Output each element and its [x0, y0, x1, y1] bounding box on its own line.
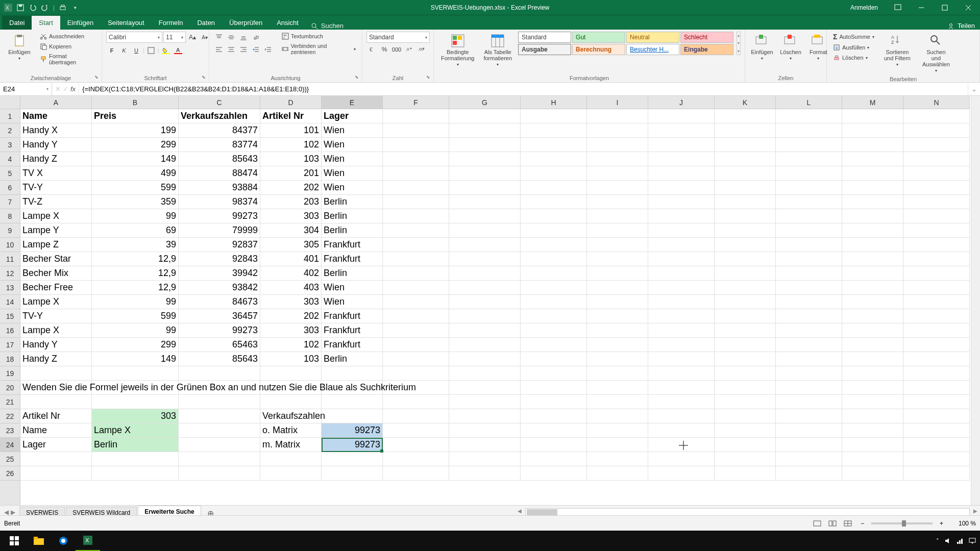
align-left-icon[interactable] — [213, 44, 225, 55]
cell-F7[interactable] — [383, 195, 449, 209]
cell-I21[interactable] — [587, 395, 648, 409]
cell-I16[interactable] — [587, 323, 648, 338]
cell-F26[interactable] — [383, 466, 449, 481]
cell-D25[interactable] — [260, 452, 322, 466]
minimize-button[interactable] — [910, 0, 933, 15]
row-header-1[interactable]: 1 — [0, 109, 20, 123]
cell-C2[interactable]: 84377 — [179, 123, 260, 138]
cell-I23[interactable] — [587, 423, 648, 438]
cell-G21[interactable] — [449, 395, 521, 409]
cell-K4[interactable] — [715, 152, 776, 166]
percent-format-icon[interactable]: % — [379, 44, 390, 55]
cell-B1[interactable]: Preis — [92, 109, 179, 123]
tab-view[interactable]: Ansicht — [270, 16, 306, 30]
cell-E24[interactable]: 99273 — [322, 438, 383, 452]
cell-style-ausgabe[interactable]: Ausgabe — [518, 44, 571, 55]
cell-M5[interactable] — [842, 166, 903, 181]
cell-B5[interactable]: 499 — [92, 166, 179, 181]
cell-G25[interactable] — [449, 452, 521, 466]
row-header-11[interactable]: 11 — [0, 252, 20, 266]
cell-C22[interactable] — [179, 409, 260, 423]
cell-K5[interactable] — [715, 166, 776, 181]
cell-G9[interactable] — [449, 223, 521, 238]
cell-J13[interactable] — [648, 281, 715, 295]
cell-B19[interactable] — [92, 366, 179, 381]
cell-E15[interactable]: Frankfurt — [322, 309, 383, 323]
cell-J12[interactable] — [648, 266, 715, 281]
cell-I9[interactable] — [587, 223, 648, 238]
cell-A20[interactable]: Wenden Sie die Formel jeweils in der Grü… — [20, 381, 92, 395]
cell-H10[interactable] — [521, 238, 587, 252]
cell-J23[interactable] — [648, 423, 715, 438]
cell-H7[interactable] — [521, 195, 587, 209]
cell-K25[interactable] — [715, 452, 776, 466]
cell-C25[interactable] — [179, 452, 260, 466]
cell-G3[interactable] — [449, 138, 521, 152]
cell-C9[interactable]: 79999 — [179, 223, 260, 238]
cell-D8[interactable]: 303 — [260, 209, 322, 223]
cell-F11[interactable] — [383, 252, 449, 266]
cell-I18[interactable] — [587, 352, 648, 366]
cell-D22[interactable]: Verkaufszahlen — [260, 409, 322, 423]
cell-M9[interactable] — [842, 223, 903, 238]
cell-J22[interactable] — [648, 409, 715, 423]
cell-K13[interactable] — [715, 281, 776, 295]
col-header-D[interactable]: D — [260, 96, 322, 109]
cell-K6[interactable] — [715, 181, 776, 195]
cell-N8[interactable] — [903, 209, 970, 223]
cell-I12[interactable] — [587, 266, 648, 281]
cell-L12[interactable] — [776, 266, 842, 281]
cell-E2[interactable]: Wien — [322, 123, 383, 138]
cell-J1[interactable] — [648, 109, 715, 123]
cell-K8[interactable] — [715, 209, 776, 223]
cell-J4[interactable] — [648, 152, 715, 166]
cell-J11[interactable] — [648, 252, 715, 266]
cell-E11[interactable]: Frankfurt — [322, 252, 383, 266]
cell-A5[interactable]: TV X — [20, 166, 92, 181]
cell-G11[interactable] — [449, 252, 521, 266]
row-header-10[interactable]: 10 — [0, 238, 20, 252]
vertical-scrollbar[interactable] — [971, 96, 980, 505]
cell-K20[interactable] — [715, 381, 776, 395]
cell-style-standard[interactable]: Standard — [518, 32, 571, 43]
cell-M8[interactable] — [842, 209, 903, 223]
cell-C16[interactable]: 99273 — [179, 323, 260, 338]
cell-L19[interactable] — [776, 366, 842, 381]
cell-A16[interactable]: Lampe X — [20, 323, 92, 338]
cell-M4[interactable] — [842, 152, 903, 166]
cell-I24[interactable] — [587, 438, 648, 452]
cell-D24[interactable]: m. Matrix — [260, 438, 322, 452]
autosum-button[interactable]: ΣAutoSumme▾ — [831, 32, 876, 42]
cell-I26[interactable] — [587, 466, 648, 481]
cell-C24[interactable] — [179, 438, 260, 452]
cell-N3[interactable] — [903, 138, 970, 152]
increase-font-icon[interactable]: A▴ — [187, 32, 198, 43]
cell-B14[interactable]: 99 — [92, 295, 179, 309]
qat-customize-icon[interactable]: ▾ — [71, 4, 79, 12]
comma-format-icon[interactable]: 000 — [391, 44, 402, 55]
col-header-I[interactable]: I — [587, 96, 648, 109]
cell-M20[interactable] — [842, 381, 903, 395]
cell-B13[interactable]: 12,9 — [92, 281, 179, 295]
cell-B7[interactable]: 359 — [92, 195, 179, 209]
cell-B11[interactable]: 12,9 — [92, 252, 179, 266]
cell-K22[interactable] — [715, 409, 776, 423]
cell-N19[interactable] — [903, 366, 970, 381]
zoom-level[interactable]: 100 % — [950, 520, 976, 527]
align-right-icon[interactable] — [238, 44, 249, 55]
cell-M18[interactable] — [842, 352, 903, 366]
cell-H20[interactable] — [521, 381, 587, 395]
cell-I10[interactable] — [587, 238, 648, 252]
cell-F22[interactable] — [383, 409, 449, 423]
zoom-out-button[interactable]: − — [857, 520, 867, 527]
row-header-20[interactable]: 20 — [0, 381, 20, 395]
number-launcher-icon[interactable]: ⬊ — [425, 73, 432, 81]
tell-me-search[interactable]: Suchen — [311, 22, 344, 30]
number-format-combo[interactable]: Standard▾ — [366, 32, 430, 43]
cell-H22[interactable] — [521, 409, 587, 423]
col-header-N[interactable]: N — [903, 96, 970, 109]
cell-M14[interactable] — [842, 295, 903, 309]
cell-A6[interactable]: TV-Y — [20, 181, 92, 195]
decrease-decimal-icon[interactable]: ,00 — [415, 44, 427, 55]
cell-I15[interactable] — [587, 309, 648, 323]
